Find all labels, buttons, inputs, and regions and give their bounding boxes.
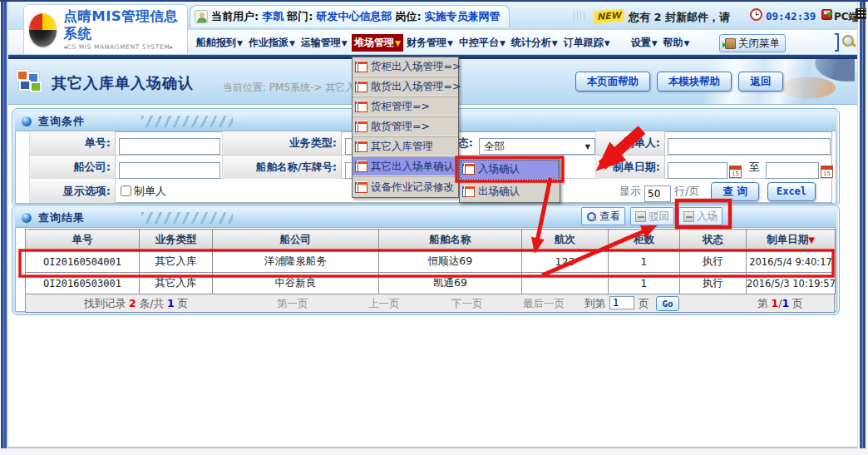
nav-item-yard-management-active[interactable]: 堆场管理▼ <box>352 34 403 52</box>
search-zone <box>835 32 860 53</box>
display-options-label: 显示选项: <box>29 179 116 203</box>
chevron-down-icon: ▼ <box>237 39 243 47</box>
maker-checkbox[interactable] <box>121 185 131 196</box>
page-help-button[interactable]: 本页面帮助 <box>575 72 650 91</box>
clock-time: 09:42:39 <box>766 10 816 22</box>
order-no-label: 单号: <box>29 131 116 155</box>
qr-code-icon[interactable] <box>856 8 866 19</box>
chevron-down-icon: ▼ <box>447 39 453 47</box>
order-no-input[interactable] <box>119 138 220 155</box>
calendar-icon[interactable]: 15 <box>729 166 742 178</box>
close-menu-button[interactable]: 关闭菜单 <box>719 34 786 52</box>
menu-item-other-warehouse[interactable]: 其它入库管理 <box>353 137 458 157</box>
sphere-bullet-icon <box>22 213 32 223</box>
search-icon[interactable] <box>841 34 856 49</box>
window-cascade-icon <box>462 164 475 175</box>
chevron-down-icon: ▼ <box>652 39 658 47</box>
current-user-link[interactable]: 李凯 <box>262 9 284 24</box>
status-link[interactable]: 执行 <box>680 273 747 294</box>
nav-item-ship-report[interactable]: 船舶报到▼ <box>196 36 243 50</box>
nav-item-finance[interactable]: 财务管理▼ <box>407 36 453 50</box>
go-button[interactable]: Go <box>656 296 679 311</box>
menu-item-container-gate[interactable]: 货柜出入场管理=> <box>353 57 458 77</box>
col-biz-type[interactable]: 业务类型 <box>140 230 213 251</box>
col-make-date[interactable]: 制单日期▼ <box>747 230 836 251</box>
status-select[interactable]: 全部▼ <box>479 138 595 155</box>
view-button[interactable]: 查看 <box>581 207 625 225</box>
logo-ball-icon <box>29 13 57 47</box>
dept-link[interactable]: 研发中心信息部 <box>316 9 392 24</box>
maker-input[interactable] <box>668 138 831 155</box>
last-page-link[interactable]: 最后一页 <box>523 297 565 311</box>
table-row[interactable]: OI20160504001 其它入库 洋浦隆泉船务 恒顺达69 123 1 执行… <box>26 251 836 273</box>
vessel-label: 船舶名称/车牌号: <box>222 156 342 179</box>
menu-item-equipment-log[interactable]: 设备作业记录修改 <box>353 177 458 197</box>
maker-label: 制单人: <box>595 131 665 155</box>
window-frame-left <box>0 0 8 448</box>
results-panel-title: 查询结果 <box>38 210 85 225</box>
prev-page-link[interactable]: 上一页 <box>368 297 400 311</box>
record-count: 找到记录 2 条/共 1 页 <box>84 297 188 311</box>
date-from-input[interactable] <box>668 162 727 179</box>
window-cascade-icon <box>355 82 367 92</box>
nav-item-settings[interactable]: 设置▼ <box>631 36 658 50</box>
shipping-co-input[interactable] <box>119 162 220 179</box>
status-link[interactable]: 执行 <box>680 251 747 273</box>
menu-item-bulk-mgmt[interactable]: 散货管理=> <box>353 117 458 137</box>
module-help-button[interactable]: 本模块帮助 <box>657 72 732 91</box>
query-results-panel: 查询结果 查看 驳回 入场 单号 业务类型 船公司 <box>12 205 840 315</box>
menu-item-bulk-gate[interactable]: 散货出入场管理=> <box>353 77 458 97</box>
col-container-qty[interactable]: 柜数 <box>609 230 680 251</box>
yard-management-dropdown-menu: 货柜出入场管理=> 散货出入场管理=> 货柜管理=> 散货管理=> 其它入库管理… <box>352 57 459 198</box>
chevron-down-icon: ▼ <box>395 39 401 47</box>
shipping-co-label: 船公司: <box>29 156 116 179</box>
nav-item-order-tracking[interactable]: 订单跟踪▼ <box>564 36 610 50</box>
confirm-submenu: 入场确认 出场确认 <box>459 158 560 203</box>
page-indicator: 第 1/1 页 <box>757 297 803 311</box>
window-cascade-icon <box>355 101 367 112</box>
submenu-item-exit-confirm[interactable]: 出场确认 <box>460 181 560 202</box>
goto-label: 到第 <box>584 297 605 311</box>
excel-button[interactable]: Excel <box>767 182 816 201</box>
current-user-label: 当前用户: <box>211 9 259 24</box>
page-title: 其它入库单入场确认 <box>52 73 194 93</box>
menu-item-container-mgmt[interactable]: 货柜管理=> <box>353 97 458 117</box>
sphere-bullet-icon <box>22 116 32 126</box>
view-magnifier-icon <box>586 211 597 222</box>
col-order-no[interactable]: 单号 <box>26 230 140 251</box>
nav-item-transport[interactable]: 运输管理▼ <box>301 36 348 50</box>
header-stripes-decoration <box>141 116 233 127</box>
col-shipping-co[interactable]: 船公司 <box>213 230 379 251</box>
rows-per-page-input[interactable] <box>644 185 671 202</box>
first-page-link[interactable]: 第一页 <box>277 297 308 311</box>
col-status[interactable]: 状态 <box>680 230 747 251</box>
back-button[interactable]: 返回 <box>738 72 783 91</box>
nav-group-right: 财务管理▼ 中控平台▼ 统计分析▼ 订单跟踪▼ 设置▼ 帮助▼ <box>407 30 690 55</box>
role-label: 岗位: <box>395 9 421 24</box>
date-to-input[interactable] <box>766 162 819 179</box>
reject-button[interactable]: 驳回 <box>630 207 674 225</box>
reject-icon <box>635 211 646 222</box>
submenu-item-enter-confirm[interactable]: 入场确认 <box>460 159 560 181</box>
nav-item-control-platform[interactable]: 中控平台▼ <box>459 36 506 50</box>
next-page-link[interactable]: 下一页 <box>451 297 483 311</box>
breadcrumb: 当前位置: PMS系统-> 其它入 <box>223 81 355 95</box>
new-mail-notice[interactable]: 您有 2 封新邮件，请 <box>629 10 730 25</box>
search-button[interactable]: 查 询 <box>711 182 759 201</box>
table-row[interactable]: OI20160503001 其它入库 中谷新良 凯通69 1 执行 2016/5… <box>26 273 836 294</box>
col-voyage[interactable]: 航次 <box>522 230 609 251</box>
window-frame-right <box>857 0 868 448</box>
goto-page-input[interactable] <box>609 296 634 309</box>
page-header-buttons: 本页面帮助 本模块帮助 返回 <box>575 72 783 91</box>
window-cascade-icon <box>355 161 367 172</box>
role-link[interactable]: 实施专员兼网管 <box>425 9 501 24</box>
col-vessel-name[interactable]: 船舶名称 <box>379 230 522 251</box>
pc-client-icon[interactable] <box>821 9 832 20</box>
nav-item-help[interactable]: 帮助▼ <box>663 36 690 50</box>
menu-item-other-gate-confirm[interactable]: 其它出入场单确认 <box>353 157 458 177</box>
nav-item-statistics[interactable]: 统计分析▼ <box>511 36 558 50</box>
rows-unit-label: 行/页 <box>674 179 699 203</box>
nav-item-job-assign[interactable]: 作业指派▼ <box>249 36 295 50</box>
calendar-icon[interactable]: 15 <box>821 166 833 178</box>
enter-yard-button[interactable]: 入场 <box>678 207 723 225</box>
